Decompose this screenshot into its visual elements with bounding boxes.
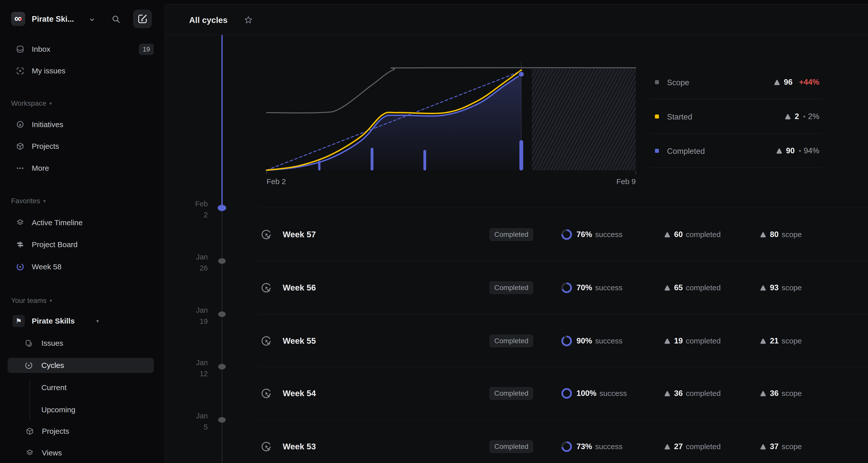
logo-red-dot — [20, 18, 22, 21]
inbox-icon — [16, 45, 25, 54]
cycle-completed: 19 completed — [663, 336, 721, 345]
cycle-row[interactable]: Week 57 Completed 76% success 60 complet… — [257, 208, 868, 261]
triangle-down-icon: ▾ — [96, 318, 99, 324]
legend-delta: 94% — [804, 146, 819, 155]
sidebar-item-team-cycles-selected[interactable]: Cycles — [7, 358, 154, 373]
sidebar-item-project-board[interactable]: Project Board — [0, 237, 165, 252]
sidebar-item-label: More — [32, 164, 49, 173]
section-title: Favorites — [11, 197, 40, 205]
cube-icon — [16, 142, 25, 151]
scope-count: 36 — [770, 389, 778, 398]
sidebar-item-my-issues[interactable]: My issues — [0, 63, 165, 79]
search-icon[interactable] — [110, 13, 122, 25]
cycle-done-icon — [260, 441, 272, 453]
legend-value: 90 — [786, 146, 795, 155]
scope-word: scope — [781, 389, 802, 398]
cycle-row[interactable]: Week 54 Completed 100% success 36 comple… — [257, 367, 868, 420]
legend-swatch — [655, 80, 659, 84]
section-title: Your teams — [11, 297, 46, 305]
cycle-completed: 65 completed — [663, 283, 721, 292]
cycle-row[interactable]: Week 56 Completed 70% success 65 complet… — [257, 261, 868, 314]
sidebar-item-label: Issues — [41, 339, 63, 347]
issues-copy-icon — [25, 339, 33, 347]
sidebar-team-pirate-skills[interactable]: ⚑ Pirate Skills ▾ — [0, 313, 165, 329]
legend-label: Completed — [667, 147, 705, 156]
timeline-dot — [218, 258, 226, 264]
layers-icon — [16, 218, 25, 227]
completed-word: completed — [686, 442, 720, 451]
cycle-name: Week 57 — [283, 230, 316, 239]
star-icon[interactable] — [244, 15, 253, 25]
inbox-count-badge: 19 — [139, 43, 154, 55]
cycle-row[interactable]: Week 55 Completed 90% success 19 complet… — [257, 314, 868, 367]
progress-ring-icon — [561, 282, 572, 293]
status-badge: Completed — [490, 335, 533, 347]
triangle-down-icon: ▾ — [50, 100, 52, 106]
sidebar-item-initiatives[interactable]: Initiatives — [0, 117, 165, 132]
cycle-row[interactable]: Week 53 Completed 73% success 27 complet… — [257, 420, 868, 463]
cycle-name: Week 53 — [283, 442, 316, 452]
progress-ring-icon — [561, 441, 572, 452]
cycle-name: Week 54 — [283, 389, 316, 398]
sidebar-item-label: My issues — [32, 67, 65, 75]
sidebar-item-team-projects[interactable]: Projects — [0, 424, 165, 439]
sidebar-item-cycles-current[interactable]: Current — [0, 380, 165, 395]
completed-count: 19 — [674, 336, 683, 345]
cycle-success: 73% success — [561, 441, 622, 452]
sidebar-item-label: Project Board — [32, 240, 78, 249]
estimate-icon — [759, 390, 767, 397]
estimate-icon — [773, 79, 781, 86]
sidebar-item-active-timeline[interactable]: Active Timeline — [0, 215, 165, 230]
sidebar-item-label: Current — [41, 383, 67, 392]
sidebar-item-week-58[interactable]: Week 58 — [0, 259, 165, 274]
sidebar-item-label: Projects — [32, 142, 59, 151]
cycle-success: 76% success — [561, 229, 622, 240]
cycle-name: Week 56 — [283, 283, 316, 292]
estimate-icon — [663, 284, 671, 291]
section-header-favorites[interactable]: Favorites▾ — [11, 196, 45, 206]
completed-count: 65 — [674, 283, 683, 292]
section-title: Workspace — [11, 99, 46, 107]
legend-row: Scope 96 +44% — [651, 65, 822, 99]
section-header-workspace[interactable]: Workspace▾ — [11, 98, 52, 109]
cycle-completed: 60 completed — [663, 230, 721, 239]
sidebar-item-label: Initiatives — [32, 120, 63, 129]
cycle-scope: 93 scope — [759, 283, 802, 292]
status-badge: Completed — [490, 228, 533, 241]
sidebar-item-projects[interactable]: Projects — [0, 139, 165, 154]
sidebar-item-team-views[interactable]: Views — [0, 445, 165, 461]
completed-word: completed — [686, 389, 720, 398]
cycle-success: 90% success — [561, 336, 622, 346]
cycle-done-icon — [260, 335, 272, 347]
completed-count: 60 — [674, 230, 683, 239]
status-badge: Completed — [490, 281, 533, 294]
workspace-logo[interactable]: ∞ — [11, 12, 25, 26]
scope-count: 21 — [770, 336, 778, 345]
sidebar-item-team-issues[interactable]: Issues — [0, 336, 165, 351]
chevron-down-icon[interactable] — [89, 17, 95, 23]
sidebar-item-cycles-upcoming[interactable]: Upcoming — [0, 402, 165, 418]
completed-word: completed — [686, 337, 720, 345]
completed-area-fill — [267, 74, 521, 170]
cycle-done-icon — [260, 388, 272, 399]
focus-icon — [16, 67, 25, 75]
page-title: All cycles — [189, 16, 227, 25]
success-percent: 73% — [577, 442, 592, 451]
linear-app: ∞ Pirate Ski... Inbox 19 My issues — [0, 0, 868, 463]
timeline-date-label: Jan12 — [170, 357, 208, 379]
estimate-icon — [663, 443, 671, 451]
scope-word: scope — [781, 442, 802, 451]
timeline-dot — [218, 417, 226, 423]
legend-bullet: • — [799, 147, 801, 155]
sidebar-item-label: Inbox — [32, 45, 50, 54]
main-panel: All cycles Feb2 Jan26 — [165, 4, 868, 463]
progress-ring-icon — [561, 229, 572, 240]
cycle-scope: 21 scope — [759, 336, 802, 345]
workspace-switcher[interactable]: Pirate Ski... — [32, 14, 74, 24]
estimate-icon — [759, 337, 767, 345]
sidebar-item-more[interactable]: More — [0, 161, 165, 176]
compose-button[interactable] — [133, 9, 152, 28]
section-header-your-teams[interactable]: Your teams▾ — [11, 296, 52, 306]
legend-row: Completed 90 • 94% — [651, 134, 822, 168]
sidebar-item-inbox[interactable]: Inbox 19 — [0, 41, 165, 57]
